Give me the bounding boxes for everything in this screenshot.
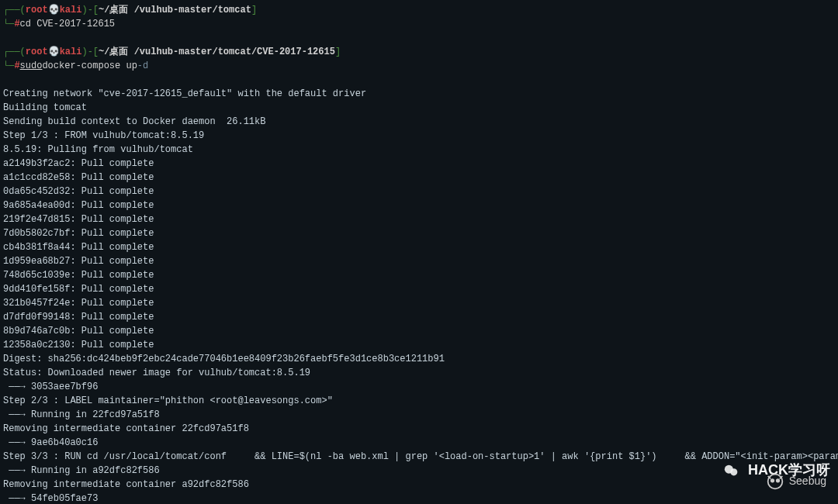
- output-line: cb4b381f8a44: Pull complete: [3, 240, 835, 254]
- output-line: 321b0457f24e: Pull complete: [3, 296, 835, 310]
- prompt-user: root: [26, 45, 48, 59]
- output-line: 7d0b5802c7bf: Pull complete: [3, 226, 835, 240]
- output-arrow: ——→ 54feb05fae73: [3, 492, 835, 504]
- command-text: docker-compose up: [42, 59, 137, 73]
- output-line: Creating network "cve-2017-12615_default…: [3, 87, 835, 101]
- output-line: a1c1ccd82e58: Pull complete: [3, 171, 835, 185]
- prompt-hash: #: [14, 59, 19, 73]
- svg-point-1: [730, 468, 737, 475]
- spacer: [3, 31, 835, 45]
- sudo-command: sudo: [20, 59, 43, 73]
- watermark-subtitle: Seebug: [764, 471, 826, 492]
- output-line: 8b9d746a7c0b: Pull complete: [3, 324, 835, 338]
- prompt-bracket: )-[: [81, 45, 99, 59]
- output-line: Removing intermediate container a92dfc82…: [3, 478, 835, 492]
- output-arrow: ——→ Running in 22fcd97a51f8: [3, 408, 835, 422]
- output-line: 9a685a4ea00d: Pull complete: [3, 198, 835, 212]
- prompt-path: ~/桌面 /vulhub-master/tomcat: [99, 3, 251, 17]
- output-line: a2149b3f2ac2: Pull complete: [3, 157, 835, 171]
- prompt-cmd-1[interactable]: └─# cd CVE-2017-12615: [3, 17, 835, 31]
- output-arrow: ——→ 9ae6b40a0c16: [3, 436, 835, 450]
- output-line: 8.5.19: Pulling from vulhub/tomcat: [3, 143, 835, 157]
- output-line: 748d65c1039e: Pull complete: [3, 268, 835, 282]
- output-line: 12358a0c2130: Pull complete: [3, 338, 835, 352]
- output-line: Removing intermediate container 22fcd97a…: [3, 422, 835, 436]
- prompt-bracket: ]: [335, 45, 341, 59]
- build-output: Creating network "cve-2017-12615_default…: [3, 87, 835, 504]
- prompt-bracket: └─: [3, 17, 14, 31]
- prompt-host: kali: [60, 45, 82, 59]
- output-line: Building tomcat: [3, 101, 835, 115]
- output-arrow: ——→ Running in a92dfc82f586: [3, 464, 835, 478]
- prompt-user: root: [26, 3, 48, 17]
- output-line: d7dfd0f99148: Pull complete: [3, 310, 835, 324]
- prompt-bracket: ]: [251, 3, 257, 17]
- wechat-icon: [723, 462, 740, 479]
- seebug-icon: [764, 471, 786, 492]
- output-line: 1d959ea68b27: Pull complete: [3, 254, 835, 268]
- output-arrow: ——→ 3053aee7bf96: [3, 380, 835, 394]
- prompt-path: ~/桌面 /vulhub-master/tomcat/CVE-2017-1261…: [99, 45, 335, 59]
- watermark-sub-text: Seebug: [789, 475, 826, 487]
- output-line: Step 1/3 : FROM vulhub/tomcat:8.5.19: [3, 129, 835, 143]
- output-line: Step 2/3 : LABEL maintainer="phithon <ro…: [3, 394, 835, 408]
- output-line: 219f2e47d815: Pull complete: [3, 212, 835, 226]
- svg-point-4: [777, 479, 780, 482]
- command-flag: -d: [137, 59, 148, 73]
- prompt-line-1: ┌──(root💀kali)-[~/桌面 /vulhub-master/tomc…: [3, 3, 835, 17]
- prompt-cmd-2[interactable]: └─# sudo docker-compose up -d: [3, 59, 835, 73]
- spacer: [3, 73, 835, 87]
- prompt-host: kali: [60, 3, 82, 17]
- prompt-bracket: └─: [3, 59, 14, 73]
- prompt-hash: #: [14, 17, 19, 31]
- prompt-bracket: ┌──(: [3, 3, 26, 17]
- output-line: Status: Downloaded newer image for vulhu…: [3, 366, 835, 380]
- skull-icon: 💀: [48, 45, 60, 59]
- output-line: 9dd410fe158f: Pull complete: [3, 282, 835, 296]
- prompt-line-2: ┌──(root💀kali)-[~/桌面 /vulhub-master/tomc…: [3, 45, 835, 59]
- prompt-bracket: )-[: [81, 3, 99, 17]
- svg-point-3: [771, 479, 774, 482]
- command-text: cd CVE-2017-12615: [20, 17, 115, 31]
- svg-point-2: [767, 475, 782, 489]
- output-line: Sending build context to Docker daemon 2…: [3, 115, 835, 129]
- skull-icon: 💀: [48, 3, 60, 17]
- prompt-bracket: ┌──(: [3, 45, 26, 59]
- output-line: Step 3/3 : RUN cd /usr/local/tomcat/conf…: [3, 450, 835, 464]
- output-line: Digest: sha256:dc424beb9f2ebc24cade77046…: [3, 352, 835, 366]
- output-line: 0da65c452d32: Pull complete: [3, 185, 835, 198]
